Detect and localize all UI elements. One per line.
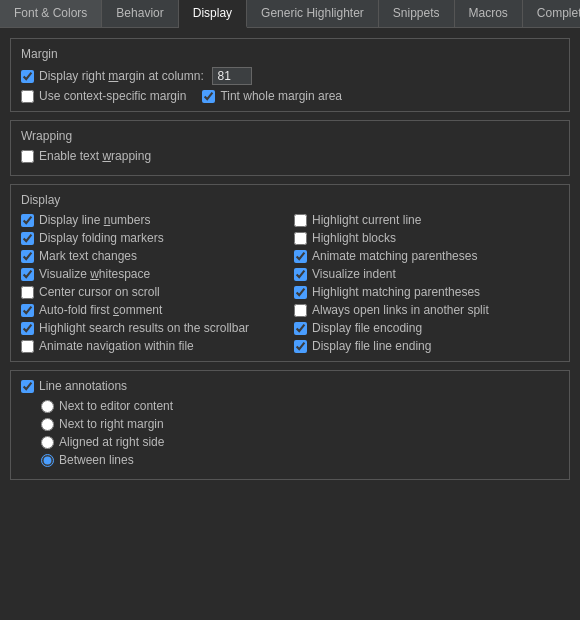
visualize-indent-label: Visualize indent	[312, 267, 396, 281]
margin-column-input[interactable]	[212, 67, 252, 85]
visualize-whitespace-label: Visualize whitespace	[39, 267, 150, 281]
display-file-line-ending-checkbox[interactable]	[294, 340, 307, 353]
use-context-specific-wrap[interactable]: Use context-specific margin	[21, 89, 186, 103]
tab-generic-highlighter[interactable]: Generic Highlighter	[247, 0, 379, 27]
use-context-specific-checkbox[interactable]	[21, 90, 34, 103]
display-left-col: Display line numbers Display folding mar…	[21, 213, 286, 353]
mark-text-changes-wrap[interactable]: Mark text changes	[21, 249, 286, 263]
display-section: Display Display line numbers Display fol…	[10, 184, 570, 362]
animate-parens-checkbox[interactable]	[294, 250, 307, 263]
tab-snippets[interactable]: Snippets	[379, 0, 455, 27]
visualize-whitespace-wrap[interactable]: Visualize whitespace	[21, 267, 286, 281]
content-area: Margin Display right margin at column: U…	[0, 28, 580, 498]
mark-text-changes-checkbox[interactable]	[21, 250, 34, 263]
auto-fold-label: Auto-fold first comment	[39, 303, 162, 317]
center-cursor-checkbox[interactable]	[21, 286, 34, 299]
highlight-current-line-wrap[interactable]: Highlight current line	[294, 213, 559, 227]
tab-completion[interactable]: Completion	[523, 0, 580, 27]
wrapping-section: Wrapping Enable text wrapping	[10, 120, 570, 176]
tab-macros[interactable]: Macros	[455, 0, 523, 27]
radio-between-lines-label: Between lines	[59, 453, 134, 467]
highlight-current-line-checkbox[interactable]	[294, 214, 307, 227]
auto-fold-checkbox[interactable]	[21, 304, 34, 317]
animate-navigation-wrap[interactable]: Animate navigation within file	[21, 339, 286, 353]
highlight-blocks-wrap[interactable]: Highlight blocks	[294, 231, 559, 245]
always-open-links-wrap[interactable]: Always open links in another split	[294, 303, 559, 317]
radio-next-to-right-margin-input[interactable]	[41, 418, 54, 431]
center-cursor-label: Center cursor on scroll	[39, 285, 160, 299]
highlight-search-wrap[interactable]: Highlight search results on the scrollba…	[21, 321, 286, 335]
mark-text-changes-label: Mark text changes	[39, 249, 137, 263]
display-right-margin-checkbox[interactable]	[21, 70, 34, 83]
display-file-line-ending-wrap[interactable]: Display file line ending	[294, 339, 559, 353]
enable-wrapping-checkbox[interactable]	[21, 150, 34, 163]
margin-row1: Display right margin at column:	[21, 67, 559, 85]
line-annotations-radios: Next to editor content Next to right mar…	[21, 399, 559, 467]
animate-parens-label: Animate matching parentheses	[312, 249, 477, 263]
animate-navigation-label: Animate navigation within file	[39, 339, 194, 353]
center-cursor-wrap[interactable]: Center cursor on scroll	[21, 285, 286, 299]
display-line-numbers-wrap[interactable]: Display line numbers	[21, 213, 286, 227]
tab-behavior[interactable]: Behavior	[102, 0, 178, 27]
highlight-parens-label: Highlight matching parentheses	[312, 285, 480, 299]
display-file-line-ending-label: Display file line ending	[312, 339, 431, 353]
tint-whole-margin-label: Tint whole margin area	[220, 89, 342, 103]
highlight-parens-checkbox[interactable]	[294, 286, 307, 299]
highlight-current-line-label: Highlight current line	[312, 213, 421, 227]
margin-section: Margin Display right margin at column: U…	[10, 38, 570, 112]
tint-whole-margin-checkbox[interactable]	[202, 90, 215, 103]
animate-navigation-checkbox[interactable]	[21, 340, 34, 353]
radio-between-lines[interactable]: Between lines	[41, 453, 559, 467]
radio-aligned-right-label: Aligned at right side	[59, 435, 164, 449]
wrapping-row: Enable text wrapping	[21, 149, 559, 163]
margin-title: Margin	[21, 47, 559, 61]
display-right-margin-check[interactable]: Display right margin at column:	[21, 69, 204, 83]
auto-fold-wrap[interactable]: Auto-fold first comment	[21, 303, 286, 317]
radio-next-to-right-margin-label: Next to right margin	[59, 417, 164, 431]
display-folding-markers-checkbox[interactable]	[21, 232, 34, 245]
display-grid: Display line numbers Display folding mar…	[21, 213, 559, 353]
enable-wrapping-wrap[interactable]: Enable text wrapping	[21, 149, 151, 163]
use-context-specific-label: Use context-specific margin	[39, 89, 186, 103]
tab-display[interactable]: Display	[179, 0, 247, 28]
line-annotations-master-wrap[interactable]: Line annotations	[21, 379, 127, 393]
tab-font-colors[interactable]: Font & Colors	[0, 0, 102, 27]
highlight-parens-wrap[interactable]: Highlight matching parentheses	[294, 285, 559, 299]
radio-aligned-right-input[interactable]	[41, 436, 54, 449]
enable-wrapping-label: Enable text wrapping	[39, 149, 151, 163]
display-right-col: Highlight current line Highlight blocks …	[294, 213, 559, 353]
display-line-numbers-label: Display line numbers	[39, 213, 150, 227]
margin-column-spinbox	[212, 67, 252, 85]
line-annotations-section: Line annotations Next to editor content …	[10, 370, 570, 480]
visualize-whitespace-checkbox[interactable]	[21, 268, 34, 281]
tab-bar: Font & Colors Behavior Display Generic H…	[0, 0, 580, 28]
always-open-links-checkbox[interactable]	[294, 304, 307, 317]
display-folding-markers-wrap[interactable]: Display folding markers	[21, 231, 286, 245]
margin-row2: Use context-specific margin Tint whole m…	[21, 89, 559, 103]
highlight-blocks-checkbox[interactable]	[294, 232, 307, 245]
radio-between-lines-input[interactable]	[41, 454, 54, 467]
always-open-links-label: Always open links in another split	[312, 303, 489, 317]
visualize-indent-checkbox[interactable]	[294, 268, 307, 281]
line-annotations-header: Line annotations	[21, 379, 559, 393]
highlight-blocks-label: Highlight blocks	[312, 231, 396, 245]
tint-whole-margin-wrap[interactable]: Tint whole margin area	[202, 89, 342, 103]
line-annotations-master-checkbox[interactable]	[21, 380, 34, 393]
highlight-search-label: Highlight search results on the scrollba…	[39, 321, 249, 335]
display-right-margin-label: Display right margin at column:	[39, 69, 204, 83]
display-title: Display	[21, 193, 559, 207]
display-file-encoding-checkbox[interactable]	[294, 322, 307, 335]
visualize-indent-wrap[interactable]: Visualize indent	[294, 267, 559, 281]
radio-next-to-editor-input[interactable]	[41, 400, 54, 413]
radio-next-to-editor[interactable]: Next to editor content	[41, 399, 559, 413]
radio-next-to-right-margin[interactable]: Next to right margin	[41, 417, 559, 431]
display-folding-markers-label: Display folding markers	[39, 231, 164, 245]
wrapping-title: Wrapping	[21, 129, 559, 143]
animate-parens-wrap[interactable]: Animate matching parentheses	[294, 249, 559, 263]
radio-aligned-right[interactable]: Aligned at right side	[41, 435, 559, 449]
display-file-encoding-wrap[interactable]: Display file encoding	[294, 321, 559, 335]
display-line-numbers-checkbox[interactable]	[21, 214, 34, 227]
highlight-search-checkbox[interactable]	[21, 322, 34, 335]
display-file-encoding-label: Display file encoding	[312, 321, 422, 335]
line-annotations-master-label: Line annotations	[39, 379, 127, 393]
